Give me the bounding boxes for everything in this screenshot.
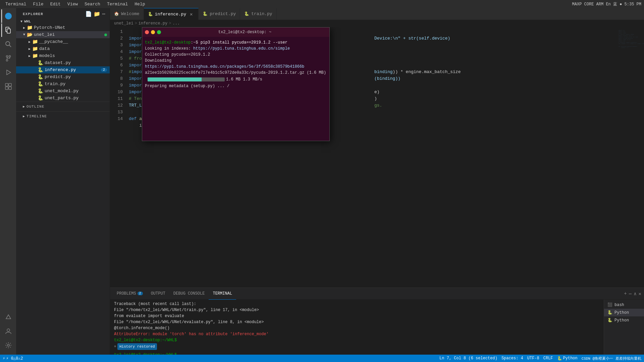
terminal-close-button[interactable] (145, 30, 149, 34)
tree-item-unet-lei[interactable]: ▼ 📂 unet_lei (16, 31, 110, 38)
panel-tab-terminal[interactable]: TERMINAL (209, 288, 236, 300)
explorer-activity-icon[interactable] (1, 23, 15, 37)
breadcrumb-part3[interactable]: ... (172, 21, 180, 26)
svg-rect-9 (5, 83, 8, 86)
extensions-activity-icon[interactable] (1, 80, 15, 93)
menu-terminal[interactable]: Terminal (3, 2, 29, 7)
tree-label-dataset: dataset.py (45, 60, 110, 65)
tree-item-inference-py[interactable]: ▶ 🐍 inference.py 2 (16, 66, 110, 73)
tabs-bar: 🏠 Welcome 🐍 inference.py ✕ 🐍 predict.py … (110, 8, 644, 20)
tab-train[interactable]: 🐍 train.py (240, 8, 276, 20)
more-actions-icon[interactable]: ⋯ (102, 11, 106, 17)
split-terminal-icon[interactable]: ⋯ (629, 291, 632, 297)
menu-edit[interactable]: Edit (48, 2, 63, 7)
tree-root-whl[interactable]: ▼ WHL (16, 19, 110, 24)
terminal-line-7: Preparing metadata (setup.py) ... / (145, 83, 327, 89)
editor-right-content: Device:\n" + str(self.device) binding)) … (372, 27, 617, 288)
tree-label-unet-parts: unet_parts.py (45, 96, 110, 101)
run-debug-activity-icon[interactable] (1, 66, 15, 79)
panel-tab-debug-console[interactable]: DEBUG CONSOLE (169, 288, 209, 300)
status-eol[interactable]: CRLF (543, 356, 553, 361)
terminal-line-5: a21ee1b5020b8225cec86fe717e4b1c5c972de0a… (145, 70, 327, 76)
terminal-progress-line: 1.6 MB 1.3 MB/s (145, 76, 327, 82)
status-encoding[interactable]: UTF-8 (527, 356, 539, 361)
source-control-activity-icon[interactable] (1, 52, 15, 65)
menu-bar: Terminal File Edit View Search Terminal … (0, 0, 644, 8)
close-panel-icon[interactable]: ✕ (639, 291, 641, 297)
terminal-path-1: :~$ (191, 40, 198, 45)
tab-welcome-icon: 🏠 (114, 11, 119, 16)
menu-view[interactable]: View (65, 2, 80, 7)
new-terminal-icon[interactable]: + (624, 291, 627, 296)
status-language[interactable]: 🐍 Python (557, 356, 578, 361)
python2-session-label: Python (614, 318, 629, 323)
tree-label-inference: inference.py (45, 67, 101, 72)
tree-label-whl: WHL (24, 19, 31, 23)
terminal-panel-content[interactable]: Traceback (most recent call last): File … (110, 300, 604, 355)
logo-activity-icon[interactable] (1, 9, 15, 23)
tree-item-train-py[interactable]: ▶ 🐍 train.py (16, 80, 110, 87)
status-remote[interactable]: ⚡ ⚡ 0△0⚠2 (3, 356, 23, 361)
timeline-section-header[interactable]: ▶ TIMELINE (16, 113, 110, 120)
traceback-line2: from evaluate import evaluate (114, 313, 600, 319)
traceback-line3: File "/home/tx2_lei/WHL/UNet/evaluate.py… (114, 319, 600, 325)
tree-item-unet-model-py[interactable]: ▶ 🐍 unet_model.py (16, 87, 110, 95)
svg-rect-2 (7, 29, 10, 33)
bash-session-label: bash (614, 303, 624, 307)
panel-tab-output[interactable]: OUTPUT (147, 288, 169, 300)
menu-help[interactable]: Help (132, 2, 148, 7)
terminal-maximize-button[interactable] (157, 30, 161, 34)
tab-predict[interactable]: 🐍 predict.py (199, 8, 240, 20)
tree-arrow-models: ▶ (27, 54, 32, 58)
tab-inference[interactable]: 🐍 inference.py ✕ (144, 8, 199, 20)
maximize-panel-icon[interactable]: ∧ (634, 291, 636, 297)
sidebar-header: EXPLORER 📄 📁 ⋯ (16, 8, 110, 19)
tab-train-label: train.py (251, 11, 272, 16)
folder-icon-pytorch: 📁 (27, 25, 33, 31)
terminal-minimize-button[interactable] (151, 30, 155, 34)
menu-terminal2[interactable]: Terminal (104, 2, 130, 7)
svg-marker-13 (6, 315, 11, 319)
panel-tab-output-label: OUTPUT (151, 291, 165, 296)
menu-file[interactable]: File (30, 2, 46, 7)
terminal-title: tx2_lei@tx2-desktop: ~ (163, 30, 327, 35)
tree-item-pytorch-unet[interactable]: ▶ 📁 Pytorch-UNet (16, 24, 110, 31)
tab-welcome[interactable]: 🏠 Welcome (110, 8, 144, 20)
svg-point-15 (7, 344, 9, 346)
tree-item-dataset-py[interactable]: ▶ 🐍 dataset.py (16, 59, 110, 66)
outline-label: OUTLINE (26, 105, 44, 109)
panel-tab-problems[interactable]: PROBLEMS 2 (113, 288, 147, 300)
terminal-line-3: Collecting pycuda==2019.1.2 (145, 52, 327, 58)
tab-inference-close[interactable]: ✕ (188, 11, 194, 17)
line-numbers: 12345 678910 11121314 (110, 27, 126, 288)
breadcrumb-part2[interactable]: inference.py (139, 21, 167, 26)
python1-session-label: Python (614, 310, 629, 315)
timeline-arrow-icon: ▶ (23, 114, 25, 118)
tab-welcome-label: Welcome (121, 11, 140, 16)
tree-item-data[interactable]: ▶ 📁 data (16, 45, 110, 52)
settings-activity-icon[interactable] (1, 339, 15, 352)
terminal-session-python1[interactable]: 🐍 Python (604, 309, 644, 316)
file-icon-train: 🐍 (38, 81, 43, 87)
search-activity-icon[interactable] (1, 38, 15, 51)
tree-label-train: train.py (45, 81, 110, 86)
terminal-overlay-body[interactable]: tx2_lei@tx2-desktop:~$ pip3 install pycu… (142, 37, 329, 141)
status-position[interactable]: Ln 7, Col 8 (6 selected) (439, 356, 497, 361)
history-badge-1: History restored (117, 343, 157, 350)
breadcrumb-part1[interactable]: unet_lei (114, 21, 133, 26)
status-spaces[interactable]: Spaces: 4 (501, 356, 523, 361)
tree-item-pycache[interactable]: ▶ 📁 __pycache__ (16, 38, 110, 45)
menu-search[interactable]: Search (82, 2, 103, 7)
terminal-prompt-1: tx2_lei@tx2-desktop (145, 40, 191, 45)
svg-point-0 (5, 13, 12, 19)
remote-activity-icon[interactable] (1, 310, 15, 324)
outline-section-header[interactable]: ▶ OUTLINE (16, 103, 110, 110)
new-file-icon[interactable]: 📄 (85, 11, 92, 17)
terminal-session-bash[interactable]: ⬛ bash (604, 301, 644, 309)
new-folder-icon[interactable]: 📁 (94, 11, 101, 17)
tree-item-predict-py[interactable]: ▶ 🐍 predict.py (16, 73, 110, 80)
tree-item-models[interactable]: ▶ 📁 models (16, 52, 110, 59)
terminal-session-python2[interactable]: 🐍 Python (604, 316, 644, 324)
account-activity-icon[interactable] (1, 324, 15, 338)
tree-item-unet-parts-py[interactable]: ▶ 🐍 unet_parts.py (16, 95, 110, 102)
